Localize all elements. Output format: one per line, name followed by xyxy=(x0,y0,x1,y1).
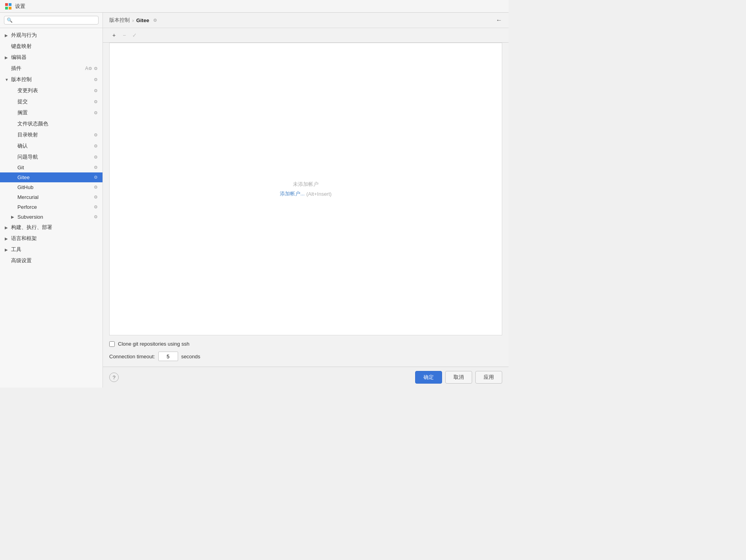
sidebar-item-mercurial[interactable]: Mercurial ⚙ xyxy=(0,192,103,202)
content-header: 版本控制 › Gitee ⚙ ← xyxy=(103,13,509,28)
svg-rect-2 xyxy=(5,7,8,9)
sidebar-item-languages[interactable]: ▶ 语言和框架 xyxy=(0,233,103,244)
sidebar: 🔍 ▶ 外观与行为 键盘映射 ▶ 编辑器 xyxy=(0,13,103,388)
sidebar-item-keymap[interactable]: 键盘映射 xyxy=(0,41,103,52)
sidebar-item-git[interactable]: Git ⚙ xyxy=(0,163,103,172)
sidebar-item-subversion[interactable]: ▶ Subversion ⚙ xyxy=(0,212,103,222)
edit-account-button[interactable]: ✓ xyxy=(130,30,139,40)
svg-rect-0 xyxy=(5,3,8,6)
sidebar-item-label: 变更列表 xyxy=(17,87,94,94)
settings-icon: ⚙ xyxy=(94,155,98,160)
sidebar-item-github[interactable]: GitHub ⚙ xyxy=(0,182,103,192)
settings-icon: ⚙ xyxy=(94,110,98,115)
sidebar-item-file-status[interactable]: 文件状态颜色 xyxy=(0,118,103,129)
sidebar-item-label: Perforce xyxy=(17,204,94,210)
sidebar-item-label: Git xyxy=(17,165,94,170)
add-account-shortcut: (Alt+Insert) xyxy=(306,191,332,197)
sidebar-item-advanced[interactable]: 高级设置 xyxy=(0,255,103,266)
sidebar-item-editor[interactable]: ▶ 编辑器 xyxy=(0,52,103,63)
clone-ssh-label[interactable]: Clone git repositories using ssh xyxy=(118,341,190,347)
main-container: 🔍 ▶ 外观与行为 键盘映射 ▶ 编辑器 xyxy=(0,13,509,388)
sidebar-item-appearance[interactable]: ▶ 外观与行为 xyxy=(0,30,103,41)
settings-icon: ⚙ xyxy=(94,132,98,138)
sidebar-item-label: 语言和框架 xyxy=(11,235,98,242)
sidebar-item-tools[interactable]: ▶ 工具 xyxy=(0,244,103,255)
search-box: 🔍 xyxy=(0,13,103,28)
settings-icon: ⚙ xyxy=(94,204,98,210)
sidebar-item-vcs[interactable]: ▼ 版本控制 ⚙ xyxy=(0,74,103,85)
no-account-text: 未添加帐户 xyxy=(293,181,319,188)
sidebar-item-label: Mercurial xyxy=(17,194,94,200)
add-account-link[interactable]: 添加帐户... xyxy=(280,190,305,197)
sidebar-item-label: 提交 xyxy=(17,98,94,105)
search-icon: 🔍 xyxy=(7,17,13,23)
sidebar-item-changelists[interactable]: 变更列表 ⚙ xyxy=(0,85,103,96)
sidebar-item-perforce[interactable]: Perforce ⚙ xyxy=(0,202,103,212)
add-account-button[interactable]: + xyxy=(109,30,119,40)
window-title: 设置 xyxy=(15,3,25,10)
account-list-area: 未添加帐户 添加帐户... (Alt+Insert) xyxy=(109,43,502,335)
app-icon xyxy=(5,3,12,10)
cancel-button[interactable]: 取消 xyxy=(445,371,472,384)
sidebar-item-label: 外观与行为 xyxy=(11,32,98,39)
translate-icon: A xyxy=(85,66,92,71)
footer-buttons: ? 确定 取消 应用 xyxy=(103,367,509,388)
sidebar-item-gitee[interactable]: Gitee ⚙ xyxy=(0,172,103,182)
sidebar-item-label: 高级设置 xyxy=(11,257,98,264)
settings-icon: ⚙ xyxy=(94,99,98,104)
breadcrumb-gitee: Gitee xyxy=(136,17,149,23)
sidebar-item-label: 插件 xyxy=(11,65,85,72)
chevron-down-icon: ▼ xyxy=(5,78,10,82)
bottom-settings: Clone git repositories using ssh Connect… xyxy=(103,335,509,367)
sidebar-item-label: 编辑器 xyxy=(11,54,98,61)
settings-icon: ⚙ xyxy=(94,195,98,200)
timeout-unit: seconds xyxy=(181,354,200,359)
chevron-right-icon: ▶ xyxy=(5,248,10,252)
sidebar-item-commit[interactable]: 提交 ⚙ xyxy=(0,96,103,107)
sidebar-item-label: 搁置 xyxy=(17,109,94,116)
remove-account-button[interactable]: − xyxy=(120,30,129,40)
svg-rect-1 xyxy=(9,3,11,6)
sidebar-item-label: 构建、执行、部署 xyxy=(11,224,98,231)
back-button[interactable]: ← xyxy=(496,17,502,24)
timeout-label: Connection timeout: xyxy=(109,354,155,359)
sidebar-item-shelve[interactable]: 搁置 ⚙ xyxy=(0,107,103,118)
svg-rect-3 xyxy=(9,7,11,9)
sidebar-item-label: Subversion xyxy=(17,214,94,220)
chevron-right-icon: ▶ xyxy=(11,215,17,219)
sidebar-item-label: 问题导航 xyxy=(17,153,94,161)
settings-icon: ⚙ xyxy=(94,88,98,93)
settings-icon: ⚙ xyxy=(94,165,98,170)
title-bar: 设置 xyxy=(0,0,509,13)
settings-icon: ⚙ xyxy=(94,66,98,71)
confirm-button[interactable]: 确定 xyxy=(415,371,442,384)
sidebar-item-label: 工具 xyxy=(11,246,98,253)
chevron-right-icon: ▶ xyxy=(5,55,10,60)
sidebar-item-build[interactable]: ▶ 构建、执行、部署 xyxy=(0,222,103,233)
clone-ssh-checkbox[interactable] xyxy=(109,341,115,347)
sidebar-item-label: 确认 xyxy=(17,142,94,149)
timeout-row: Connection timeout: seconds xyxy=(109,352,502,361)
chevron-right-icon: ▶ xyxy=(5,33,10,38)
sidebar-item-dir-mapping[interactable]: 目录映射 ⚙ xyxy=(0,129,103,140)
sidebar-item-list: ▶ 外观与行为 键盘映射 ▶ 编辑器 插件 A ⚙ ▼ xyxy=(0,28,103,388)
search-input[interactable] xyxy=(14,17,96,23)
breadcrumb-vcs[interactable]: 版本控制 xyxy=(109,17,130,24)
sidebar-item-confirm[interactable]: 确认 ⚙ xyxy=(0,140,103,151)
sidebar-item-label: 键盘映射 xyxy=(11,43,98,50)
help-button[interactable]: ? xyxy=(109,373,119,382)
settings-icon: ⚙ xyxy=(94,214,98,219)
settings-icon: ⚙ xyxy=(94,175,98,180)
settings-icon: ⚙ xyxy=(94,144,98,149)
header-settings-icon: ⚙ xyxy=(153,18,157,23)
content-area: 版本控制 › Gitee ⚙ ← + − ✓ 未添加帐户 添加帐户... (Al… xyxy=(103,13,509,388)
settings-icon: ⚙ xyxy=(94,185,98,190)
sidebar-item-label: 版本控制 xyxy=(11,76,94,83)
search-input-wrapper[interactable]: 🔍 xyxy=(4,16,99,25)
sidebar-item-issue-nav[interactable]: 问题导航 ⚙ xyxy=(0,151,103,163)
sidebar-item-label: 文件状态颜色 xyxy=(17,120,98,127)
apply-button[interactable]: 应用 xyxy=(475,371,502,384)
sidebar-item-plugins[interactable]: 插件 A ⚙ xyxy=(0,63,103,74)
timeout-input[interactable] xyxy=(158,352,178,361)
chevron-right-icon: ▶ xyxy=(5,225,10,230)
